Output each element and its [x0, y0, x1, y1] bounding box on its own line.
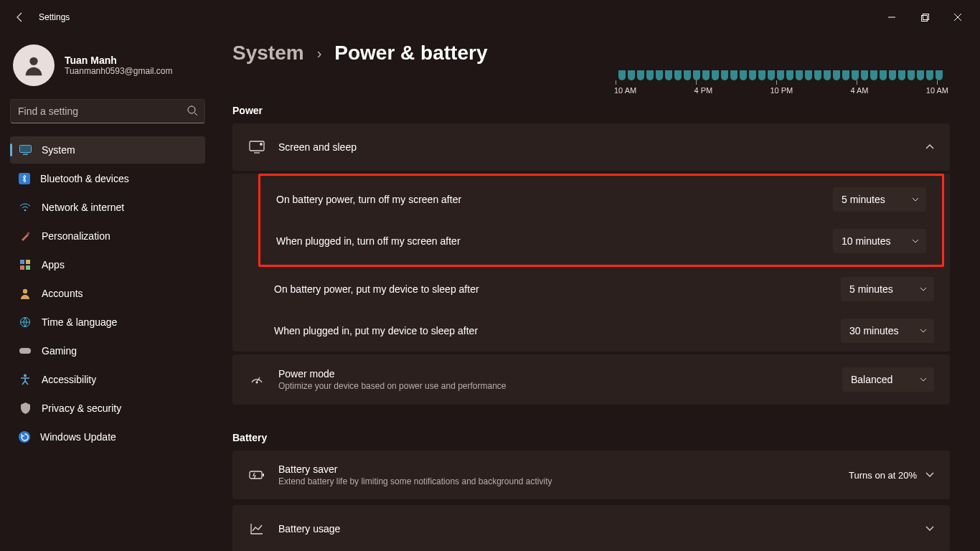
paintbrush-icon — [19, 230, 32, 242]
dropdown-sleep-plugged[interactable]: 30 minutes — [841, 319, 934, 343]
battery-level-chart[interactable]: 10 AM 4 PM 10 PM 4 AM 10 AM — [232, 70, 950, 95]
nav-item-personalization[interactable]: Personalization — [10, 222, 205, 250]
chevron-down-icon — [912, 197, 919, 202]
dropdown-power-mode[interactable]: Balanced — [842, 367, 934, 392]
nav-item-time[interactable]: Time & language — [10, 309, 205, 336]
svg-point-23 — [260, 143, 263, 146]
chart-label: 10 AM — [614, 86, 636, 95]
breadcrumb: System › Power & battery — [232, 42, 950, 65]
card-title: Battery saver — [278, 463, 552, 475]
svg-rect-26 — [250, 471, 262, 479]
nav-item-network[interactable]: Network & internet — [10, 194, 205, 221]
nav-item-accessibility[interactable]: Accessibility — [10, 366, 205, 393]
nav-item-accounts[interactable]: Accounts — [10, 280, 205, 307]
chart-label: 4 AM — [850, 86, 868, 95]
svg-rect-8 — [19, 146, 31, 153]
svg-point-25 — [256, 382, 258, 384]
svg-rect-2 — [923, 14, 928, 19]
card-battery-usage: Battery usage — [232, 505, 950, 551]
card-title: Screen and sleep — [278, 141, 357, 153]
svg-rect-15 — [26, 265, 30, 270]
dropdown-screen-off-battery[interactable]: 5 minutes — [833, 187, 926, 212]
card-screen-sleep: Screen and sleep — [232, 123, 950, 171]
user-name: Tuan Manh — [65, 55, 172, 66]
nav-item-gaming[interactable]: Gaming — [10, 337, 205, 364]
card-subtitle: Extend battery life by limiting some not… — [278, 476, 552, 486]
svg-point-6 — [188, 106, 195, 113]
card-subtitle: Optimize your device based on power use … — [278, 381, 507, 391]
nav-label: Privacy & security — [42, 402, 121, 414]
card-power-mode: Power mode Optimize your device based on… — [232, 354, 950, 405]
nav-label: Gaming — [42, 345, 77, 357]
dropdown-value: Balanced — [851, 374, 892, 385]
nav-label: Personalization — [42, 230, 110, 242]
titlebar: Settings — [0, 0, 980, 34]
power-mode-icon — [248, 374, 265, 385]
battery-saver-status: Turns on at 20% — [849, 470, 917, 481]
dropdown-value: 5 minutes — [849, 283, 893, 295]
nav-item-system[interactable]: System — [10, 136, 205, 164]
nav-item-privacy[interactable]: Privacy & security — [10, 395, 205, 422]
setting-row-screen-off-plugged: When plugged in, turn off my screen afte… — [260, 220, 942, 262]
chevron-up-icon — [925, 144, 934, 150]
person-icon — [19, 287, 32, 300]
dropdown-screen-off-plugged[interactable]: 10 minutes — [833, 229, 926, 253]
setting-row-sleep-plugged: When plugged in, put my device to sleep … — [232, 310, 950, 352]
svg-rect-19 — [19, 348, 31, 354]
svg-rect-13 — [26, 260, 30, 264]
card-row-battery-usage[interactable]: Battery usage — [232, 505, 950, 551]
chart-label: 4 PM — [694, 86, 712, 95]
minimize-button[interactable] — [875, 6, 908, 29]
window-controls — [875, 6, 974, 29]
dropdown-value: 30 minutes — [849, 325, 898, 336]
svg-rect-21 — [250, 141, 264, 151]
monitor-icon — [19, 143, 32, 156]
main-content: System › Power & battery — [215, 34, 980, 551]
chevron-down-icon — [920, 329, 927, 333]
update-icon — [19, 431, 30, 443]
section-heading-power: Power — [232, 105, 950, 116]
svg-point-20 — [24, 375, 27, 377]
setting-row-screen-off-battery: On battery power, turn off my screen aft… — [260, 179, 942, 220]
card-battery-saver: Battery saver Extend battery life by lim… — [232, 451, 950, 499]
svg-line-7 — [194, 113, 197, 116]
back-button[interactable] — [6, 3, 34, 32]
shield-icon — [19, 402, 32, 415]
sidebar: Tuan Manh Tuanmanh0593@gmail.com System — [0, 34, 215, 551]
card-row-battery-saver[interactable]: Battery saver Extend battery life by lim… — [232, 451, 950, 499]
user-profile[interactable]: Tuan Manh Tuanmanh0593@gmail.com — [13, 44, 205, 86]
nav-item-apps[interactable]: Apps — [10, 251, 205, 278]
card-row-power-mode[interactable]: Power mode Optimize your device based on… — [232, 354, 950, 405]
search-input[interactable] — [10, 99, 205, 123]
chevron-down-icon — [920, 287, 927, 291]
setting-label: On battery power, put my device to sleep… — [274, 283, 479, 295]
battery-saver-icon — [248, 470, 265, 480]
screen-sleep-icon — [248, 141, 265, 154]
nav-label: Apps — [42, 259, 65, 270]
user-email: Tuanmanh0593@gmail.com — [65, 66, 172, 76]
avatar — [13, 44, 55, 86]
nav-label: Windows Update — [40, 431, 116, 443]
svg-point-10 — [24, 209, 27, 212]
chevron-down-icon — [912, 239, 919, 243]
nav-list: System Bluetooth & devices Network & int… — [10, 136, 205, 451]
section-heading-battery: Battery — [232, 432, 950, 443]
maximize-button[interactable] — [908, 6, 941, 29]
chevron-down-icon — [920, 377, 927, 382]
breadcrumb-root[interactable]: System — [232, 42, 304, 65]
dropdown-sleep-battery[interactable]: 5 minutes — [841, 277, 934, 301]
bluetooth-icon — [19, 173, 30, 184]
chevron-down-icon — [925, 526, 934, 532]
card-header-screen-sleep[interactable]: Screen and sleep — [232, 123, 950, 171]
close-button[interactable] — [941, 6, 974, 29]
card-title: Power mode — [278, 368, 507, 380]
nav-item-bluetooth[interactable]: Bluetooth & devices — [10, 165, 205, 192]
chevron-down-icon — [925, 472, 934, 478]
gamepad-icon — [19, 344, 32, 357]
nav-label: System — [42, 144, 75, 156]
dropdown-value: 5 minutes — [842, 194, 885, 205]
nav-item-windows-update[interactable]: Windows Update — [10, 423, 205, 451]
setting-label: On battery power, turn off my screen aft… — [276, 194, 461, 205]
svg-rect-14 — [20, 265, 24, 270]
svg-point-5 — [29, 57, 37, 65]
